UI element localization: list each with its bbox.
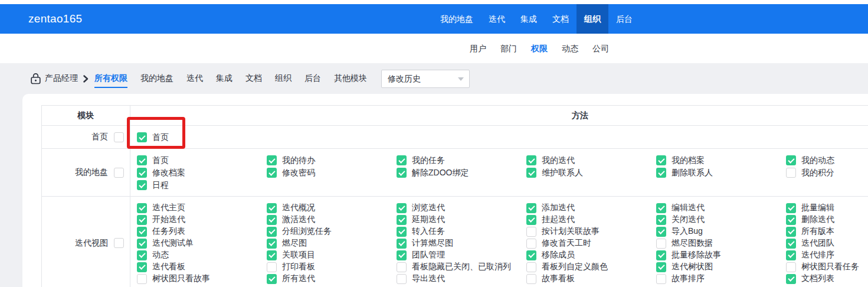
method-checkbox[interactable]	[397, 274, 407, 284]
tab-后台[interactable]: 后台	[304, 70, 321, 88]
method-checkbox[interactable]	[656, 155, 666, 165]
method-label[interactable]: 所有版本	[801, 226, 834, 237]
method-checkbox[interactable]	[397, 203, 407, 213]
method-checkbox[interactable]	[267, 168, 277, 178]
method-checkbox[interactable]	[137, 262, 147, 272]
method-label[interactable]: 计算燃尽图	[412, 238, 453, 249]
method-checkbox[interactable]	[526, 250, 536, 260]
method-checkbox[interactable]	[526, 215, 536, 225]
method-label[interactable]: 删除迭代	[801, 214, 834, 225]
subnav-item-部门[interactable]: 部门	[500, 34, 517, 63]
module-filter-select[interactable]: 修改历史	[381, 70, 470, 88]
method-label[interactable]: 关闭迭代	[672, 214, 705, 225]
method-label[interactable]: 迭代测试单	[152, 238, 194, 249]
method-checkbox[interactable]	[137, 274, 147, 284]
subnav-item-动态[interactable]: 动态	[562, 34, 578, 63]
method-label[interactable]: 日程	[152, 180, 169, 191]
method-checkbox[interactable]	[786, 274, 796, 284]
method-label[interactable]: 故事排序	[672, 273, 705, 284]
method-label[interactable]: 我的动态	[801, 155, 834, 166]
method-label[interactable]: 修改密码	[282, 168, 315, 178]
method-checkbox[interactable]	[656, 203, 666, 213]
method-label[interactable]: 导入Bug	[672, 226, 703, 237]
method-label[interactable]: 分组浏览任务	[282, 226, 332, 237]
method-label[interactable]: 看板隐藏已关闭、已取消列	[412, 262, 511, 272]
method-checkbox[interactable]	[786, 239, 796, 249]
method-label[interactable]: 团队管理	[412, 250, 445, 260]
method-label[interactable]: 删除联系人	[672, 168, 713, 178]
app-logo[interactable]: zentao165	[28, 4, 82, 34]
method-checkbox[interactable]	[656, 168, 666, 178]
tab-文档[interactable]: 文档	[245, 70, 262, 88]
method-checkbox[interactable]	[267, 239, 277, 249]
method-label[interactable]: 我的任务	[412, 155, 445, 166]
method-label[interactable]: 迭代团队	[801, 238, 834, 249]
method-checkbox[interactable]	[137, 203, 147, 213]
method-checkbox[interactable]	[397, 155, 407, 165]
method-checkbox[interactable]	[786, 203, 796, 213]
method-checkbox[interactable]	[656, 274, 666, 284]
method-checkbox[interactable]	[656, 215, 666, 225]
method-checkbox[interactable]	[526, 262, 536, 272]
subnav-item-用户[interactable]: 用户	[470, 34, 486, 63]
method-label[interactable]: 修改档案	[152, 168, 185, 178]
method-checkbox[interactable]	[526, 168, 536, 178]
method-label[interactable]: 批量移除故事	[672, 250, 721, 260]
method-checkbox[interactable]	[526, 274, 536, 284]
method-label[interactable]: 开始迭代	[152, 214, 185, 225]
method-checkbox[interactable]	[397, 168, 407, 178]
module-checkbox[interactable]	[114, 238, 124, 248]
method-checkbox[interactable]	[786, 155, 796, 165]
method-label[interactable]: 首页	[152, 132, 169, 143]
method-label[interactable]: 解除ZDOO绑定	[412, 168, 469, 178]
method-label[interactable]: 延期迭代	[412, 214, 445, 225]
method-checkbox[interactable]	[526, 203, 536, 213]
method-label[interactable]: 任务列表	[152, 226, 185, 237]
method-checkbox[interactable]	[397, 239, 407, 249]
method-label[interactable]: 迭代概况	[282, 203, 315, 213]
method-checkbox[interactable]	[397, 262, 407, 272]
method-label[interactable]: 看板列自定义颜色	[542, 262, 608, 272]
main-nav-item-集成[interactable]: 集成	[513, 4, 545, 34]
method-label[interactable]: 修改首天工时	[542, 238, 591, 249]
method-label[interactable]: 导出迭代	[412, 273, 445, 284]
method-checkbox[interactable]	[786, 168, 796, 178]
method-label[interactable]: 批量编辑	[801, 203, 834, 213]
main-nav-item-迭代[interactable]: 迭代	[481, 4, 513, 34]
tab-我的地盘[interactable]: 我的地盘	[140, 70, 173, 88]
main-nav-item-组织[interactable]: 组织	[577, 4, 608, 34]
method-label[interactable]: 动态	[152, 250, 169, 260]
method-label[interactable]: 文档列表	[801, 273, 834, 284]
subnav-item-权限[interactable]: 权限	[531, 34, 548, 63]
main-nav-item-我的地盘[interactable]: 我的地盘	[433, 4, 481, 34]
method-checkbox[interactable]	[786, 227, 796, 237]
method-label[interactable]: 故事看板	[542, 273, 575, 284]
method-checkbox[interactable]	[137, 250, 147, 260]
method-checkbox[interactable]	[786, 215, 796, 225]
method-checkbox[interactable]	[137, 215, 147, 225]
method-checkbox[interactable]	[397, 227, 407, 237]
method-label[interactable]: 移除成员	[542, 250, 575, 260]
tab-组织[interactable]: 组织	[275, 70, 291, 88]
method-label[interactable]: 燃尽图数据	[672, 238, 713, 249]
main-nav-item-文档[interactable]: 文档	[545, 4, 577, 34]
method-checkbox[interactable]	[656, 262, 666, 272]
method-checkbox[interactable]	[137, 239, 147, 249]
method-checkbox[interactable]	[526, 227, 536, 237]
method-checkbox[interactable]	[526, 155, 536, 165]
method-checkbox[interactable]	[656, 250, 666, 260]
method-checkbox[interactable]	[137, 180, 147, 190]
tab-集成[interactable]: 集成	[216, 70, 232, 88]
method-checkbox[interactable]	[656, 239, 666, 249]
method-label[interactable]: 我的待办	[282, 155, 315, 166]
method-label[interactable]: 挂起迭代	[542, 214, 575, 225]
method-checkbox[interactable]	[526, 239, 536, 249]
method-checkbox[interactable]	[137, 132, 147, 142]
method-label[interactable]: 我的积分	[801, 168, 834, 178]
method-label[interactable]: 我的迭代	[542, 155, 575, 166]
method-label[interactable]: 首页	[152, 155, 169, 166]
method-checkbox[interactable]	[267, 215, 277, 225]
method-checkbox[interactable]	[137, 227, 147, 237]
method-checkbox[interactable]	[137, 168, 147, 178]
method-label[interactable]: 所有迭代	[282, 273, 315, 284]
